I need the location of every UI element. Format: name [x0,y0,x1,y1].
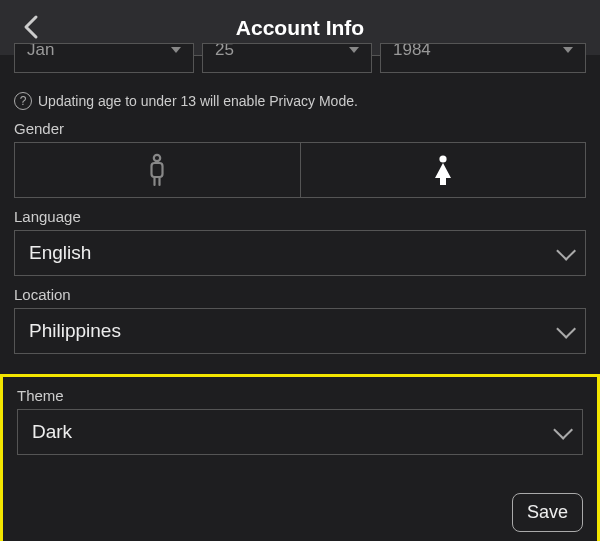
content: Jan 25 1984 ? Updating age to under 13 w… [0,55,600,354]
save-button[interactable]: Save [512,493,583,532]
language-label: Language [14,208,586,225]
gender-label: Gender [14,120,586,137]
theme-select[interactable]: Dark [17,409,583,455]
info-icon: ? [14,92,32,110]
dob-year-value: 1984 [393,43,431,60]
location-select[interactable]: Philippines [14,308,586,354]
highlight-box: Theme Dark Save [0,374,600,541]
back-button[interactable] [22,14,40,44]
location-value: Philippines [29,320,121,342]
footer: Save [17,493,583,532]
page-title: Account Info [236,16,364,40]
svg-rect-1 [152,163,163,177]
caret-down-icon [171,47,181,53]
chevron-down-icon [556,319,576,339]
theme-value: Dark [32,421,72,443]
dob-year-select[interactable]: 1984 [380,43,586,73]
gender-female-option[interactable] [301,143,586,197]
gender-selector [14,142,586,198]
male-icon [146,153,168,187]
privacy-note-row: ? Updating age to under 13 will enable P… [14,92,586,110]
chevron-down-icon [556,241,576,261]
caret-down-icon [349,47,359,53]
language-select[interactable]: English [14,230,586,276]
theme-label: Theme [17,387,583,404]
dob-day-value: 25 [215,43,234,60]
dob-month-select[interactable]: Jan [14,43,194,73]
dob-month-value: Jan [27,43,54,60]
svg-point-4 [439,155,446,162]
location-label: Location [14,286,586,303]
privacy-note-text: Updating age to under 13 will enable Pri… [38,93,358,109]
svg-point-0 [154,155,160,161]
chevron-left-icon [22,14,40,40]
gender-male-option[interactable] [15,143,301,197]
dob-row: Jan 25 1984 [14,55,586,86]
dob-day-select[interactable]: 25 [202,43,372,73]
language-value: English [29,242,91,264]
chevron-down-icon [553,420,573,440]
caret-down-icon [563,47,573,53]
female-icon [431,154,455,186]
